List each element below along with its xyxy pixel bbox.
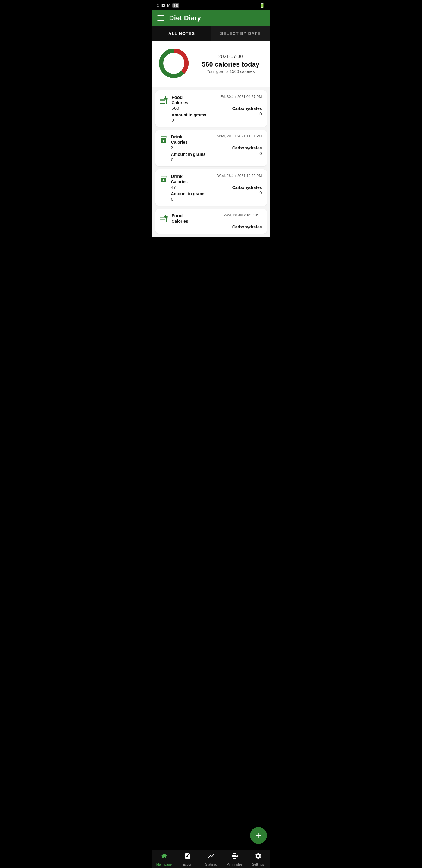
food-icon xyxy=(160,96,168,106)
card-carbs-val: 0 xyxy=(218,151,262,156)
main-content: 2021-07-30 560 calories today Your goal … xyxy=(153,41,270,279)
card-right: Wed, 28.Jul 2021 10:59 PM Carbohydrates … xyxy=(218,174,262,195)
tab-row: ALL NOTES SELECT BY DATE xyxy=(153,26,270,41)
card-right: Wed, 28.Jul 2021 10:__ Carbohydrates xyxy=(220,213,262,229)
card-type: Drink xyxy=(171,134,214,139)
menu-line xyxy=(157,18,164,19)
menu-line xyxy=(157,20,164,21)
status-bar: 5:33 M GE 🔋 xyxy=(153,0,270,10)
card-calories-val: 47 xyxy=(171,184,214,190)
card-calories-val: 560 xyxy=(172,105,216,111)
card-grams-val: 0 xyxy=(172,118,216,123)
news-icon: GE xyxy=(172,3,179,7)
menu-button[interactable] xyxy=(157,16,164,21)
card-datetime: Wed, 28.Jul 2021 10:__ xyxy=(220,213,262,217)
donut-chart xyxy=(157,47,190,81)
card-calories-label: Calories xyxy=(171,140,214,145)
gmail-icon: M xyxy=(167,3,170,7)
food-icon xyxy=(160,214,168,224)
summary-text: 2021-07-30 560 calories today Your goal … xyxy=(196,54,265,74)
menu-line xyxy=(157,16,164,16)
card-grams-label: Amount in grams xyxy=(171,191,214,196)
card-datetime: Fri, 30.Jul 2021 04:27 PM xyxy=(220,95,262,99)
card-carbs-label: Carbohydrates xyxy=(218,185,262,190)
table-row[interactable]: Drink Calories 3 Amount in grams 0 Wed, … xyxy=(155,130,267,166)
table-row[interactable]: Food Calories Wed, 28.Jul 2021 10:__ Car… xyxy=(155,209,267,234)
summary-goal: Your goal is 1500 calories xyxy=(196,69,265,74)
status-right: 🔋 xyxy=(259,2,265,8)
table-row[interactable]: Drink Calories 47 Amount in grams 0 Wed,… xyxy=(155,169,267,206)
app-title: Diet Diary xyxy=(169,14,201,22)
card-type: Food xyxy=(172,95,216,100)
cards-container: Food Calories 560 Amount in grams 0 Fri,… xyxy=(153,87,270,237)
card-type: Drink xyxy=(171,174,214,179)
card-carbs-label: Carbohydrates xyxy=(220,106,262,111)
summary-calories: 560 calories today xyxy=(196,61,265,68)
status-left: 5:33 M GE xyxy=(157,3,179,8)
card-datetime: Wed, 28.Jul 2021 10:59 PM xyxy=(218,174,262,178)
card-carbs-label: Carbohydrates xyxy=(220,224,262,229)
card-grams-label: Amount in grams xyxy=(172,113,216,117)
card-type: Food xyxy=(172,213,216,218)
summary-date: 2021-07-30 xyxy=(196,54,265,59)
card-grams-val: 0 xyxy=(171,196,214,202)
card-carbs-label: Carbohydrates xyxy=(218,146,262,150)
card-grams-val: 0 xyxy=(171,157,214,162)
drink-icon xyxy=(160,135,167,146)
battery-icon: 🔋 xyxy=(259,2,265,8)
card-body: Drink Calories 47 Amount in grams 0 xyxy=(171,174,214,202)
card-right: Wed, 28.Jul 2021 11:01 PM Carbohydrates … xyxy=(218,134,262,156)
card-datetime: Wed, 28.Jul 2021 11:01 PM xyxy=(218,134,262,138)
card-carbs-val: 0 xyxy=(218,190,262,195)
card-body: Drink Calories 3 Amount in grams 0 xyxy=(171,134,214,162)
app-header: Diet Diary xyxy=(153,10,270,26)
status-time: 5:33 xyxy=(157,3,165,8)
tab-all-notes[interactable]: ALL NOTES xyxy=(153,26,211,41)
tab-select-by-date[interactable]: SELECT BY DATE xyxy=(211,26,270,41)
card-calories-label: Calories xyxy=(172,219,216,224)
table-row[interactable]: Food Calories 560 Amount in grams 0 Fri,… xyxy=(155,90,267,127)
card-body: Food Calories 560 Amount in grams 0 xyxy=(172,95,216,123)
card-right: Fri, 30.Jul 2021 04:27 PM Carbohydrates … xyxy=(220,95,262,116)
card-grams-label: Amount in grams xyxy=(171,152,214,157)
card-carbs-val: 0 xyxy=(220,111,262,116)
card-calories-label: Calories xyxy=(171,179,214,184)
card-body: Food Calories xyxy=(172,213,216,224)
drink-icon xyxy=(160,175,167,185)
card-calories-val: 3 xyxy=(171,145,214,150)
summary-area: 2021-07-30 560 calories today Your goal … xyxy=(153,41,270,87)
card-calories-label: Calories xyxy=(172,100,216,105)
